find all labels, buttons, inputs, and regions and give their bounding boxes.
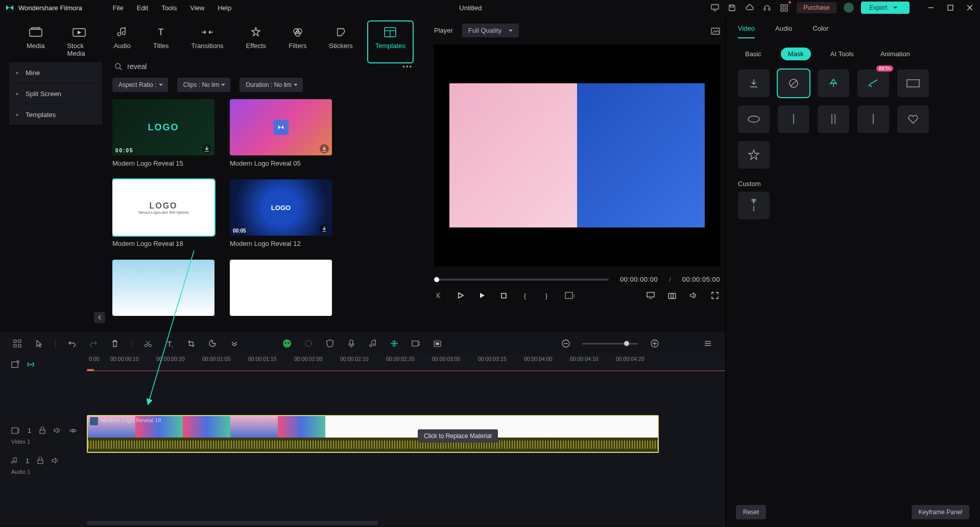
inspector-tab-color[interactable]: Color xyxy=(812,25,828,38)
mute-icon[interactable] xyxy=(54,427,61,433)
zoom-slider[interactable] xyxy=(582,343,638,345)
subtab-animation[interactable]: Animation xyxy=(873,48,917,60)
mask-brush[interactable]: BETA xyxy=(857,70,889,97)
menu-tools[interactable]: Tools xyxy=(161,4,177,12)
tl-list-icon[interactable] xyxy=(703,338,713,349)
window-close[interactable] xyxy=(965,3,975,13)
mark-out-button[interactable]: } xyxy=(541,290,552,301)
player-scrubber[interactable] xyxy=(434,279,609,281)
menu-view[interactable]: View xyxy=(190,4,204,12)
tl-delete-icon[interactable] xyxy=(110,338,120,349)
mask-none[interactable] xyxy=(778,70,809,97)
template-card[interactable]: LOGOVarious Logos and Text Options Moder… xyxy=(112,179,214,247)
tl-mic-icon[interactable] xyxy=(346,338,356,349)
inspector-tab-audio[interactable]: Audio xyxy=(775,25,792,38)
user-avatar[interactable] xyxy=(844,3,854,13)
tl-more-icon[interactable] xyxy=(229,338,239,349)
library-more-button[interactable]: ••• xyxy=(402,63,413,71)
headset-icon[interactable] xyxy=(762,3,772,13)
tab-media[interactable]: Media xyxy=(27,27,44,57)
menu-help[interactable]: Help xyxy=(218,4,231,12)
export-button[interactable]: Export xyxy=(861,2,910,14)
snapshot-button[interactable] xyxy=(711,27,720,35)
sidebar-collapse-button[interactable] xyxy=(94,312,105,323)
tab-transitions[interactable]: Transitions xyxy=(192,27,224,57)
menu-file[interactable]: File xyxy=(113,4,124,12)
tl-music-icon[interactable] xyxy=(368,338,378,349)
filter-aspect-ratio[interactable]: Aspect Ratio : xyxy=(112,78,168,92)
subtab-mask[interactable]: Mask xyxy=(781,48,811,60)
mute-icon[interactable] xyxy=(52,457,59,464)
mask-double-line[interactable] xyxy=(818,105,849,133)
subtab-basic[interactable]: Basic xyxy=(738,48,769,60)
keyframe-panel-button[interactable]: Keyframe Panel xyxy=(912,505,969,519)
timeline-tracks-area[interactable]: Modern Logo Reveal 18 Click to Replace M… xyxy=(87,371,725,527)
lock-icon[interactable] xyxy=(39,427,45,434)
player-canvas[interactable] xyxy=(434,44,720,266)
tl-split-icon[interactable] xyxy=(143,338,153,349)
purchase-button[interactable]: Purchase xyxy=(797,2,837,13)
tl-crop-icon[interactable] xyxy=(186,338,196,349)
tl-redo-icon[interactable] xyxy=(88,338,99,349)
mask-rectangle[interactable] xyxy=(897,70,929,97)
tab-filters[interactable]: Filters xyxy=(289,27,306,57)
display-button[interactable] xyxy=(646,290,656,301)
play-button[interactable] xyxy=(456,290,466,301)
timeline-ruler[interactable]: 0:00 00:00:00:10 00:00:00:20 00:00:01:05… xyxy=(87,355,725,371)
cloud-icon[interactable] xyxy=(745,3,755,13)
tl-undo-icon[interactable] xyxy=(67,338,77,349)
tl-ai-icon[interactable] xyxy=(282,338,292,349)
template-card[interactable]: LOGO00:05 Modern Logo Reveal 12 xyxy=(230,179,332,247)
apps-icon[interactable] xyxy=(779,3,790,13)
lock-icon[interactable] xyxy=(37,457,43,464)
menu-edit[interactable]: Edit xyxy=(137,4,148,12)
tl-marker-icon[interactable] xyxy=(411,338,421,349)
volume-button[interactable] xyxy=(688,290,699,301)
device-icon[interactable] xyxy=(710,3,720,13)
tl-layout-icon[interactable] xyxy=(12,338,22,349)
download-icon[interactable] xyxy=(320,224,329,234)
mask-ellipse[interactable] xyxy=(738,105,770,133)
mask-import[interactable] xyxy=(738,70,770,97)
tl-color-icon[interactable] xyxy=(207,338,218,349)
mask-custom-import[interactable] xyxy=(738,192,770,219)
search-field[interactable] xyxy=(112,62,397,71)
save-icon[interactable] xyxy=(727,3,737,13)
tab-stock-media[interactable]: Stock Media xyxy=(67,27,91,57)
search-input[interactable] xyxy=(127,62,397,71)
tl-link-icon[interactable] xyxy=(27,361,35,368)
tl-cursor-icon[interactable] xyxy=(34,338,44,349)
sidebar-item-templates[interactable]: Templates xyxy=(9,104,102,125)
inspector-tab-video[interactable]: Video xyxy=(738,25,755,38)
tl-add-track-icon[interactable] xyxy=(11,360,19,369)
tab-effects[interactable]: Effects xyxy=(246,27,267,57)
template-card[interactable] xyxy=(230,260,332,316)
reset-button[interactable]: Reset xyxy=(736,505,766,519)
mask-single-line[interactable] xyxy=(778,105,809,133)
camera-button[interactable] xyxy=(667,290,677,301)
filter-clips[interactable]: Clips : No lim xyxy=(177,78,231,92)
zoom-in-button[interactable] xyxy=(650,338,660,349)
template-card[interactable]: LOGO00:05 Modern Logo Reveal 15 xyxy=(112,99,214,167)
tab-templates[interactable]: Templates xyxy=(368,21,413,62)
ratio-button[interactable] xyxy=(563,290,578,301)
timeline-clip[interactable]: Modern Logo Reveal 18 xyxy=(87,415,659,453)
tab-audio[interactable]: Audio xyxy=(114,27,131,57)
subtab-ai-tools[interactable]: AI Tools xyxy=(823,48,861,60)
filter-duration[interactable]: Duration : No lim xyxy=(240,78,302,92)
mark-in-button[interactable]: { xyxy=(520,290,530,301)
tl-shield-icon[interactable] xyxy=(325,338,335,349)
tl-keyframe-icon[interactable] xyxy=(432,338,442,349)
tab-titles[interactable]: TTitles xyxy=(153,27,169,57)
timeline-horizontal-scrollbar[interactable] xyxy=(87,521,378,525)
play-forward-button[interactable] xyxy=(477,290,487,301)
tl-enhance-icon[interactable] xyxy=(303,338,314,349)
tl-magnetic-icon[interactable] xyxy=(389,338,399,349)
zoom-out-button[interactable] xyxy=(561,338,571,349)
download-icon[interactable] xyxy=(320,144,329,153)
tl-text-icon[interactable]: T xyxy=(164,338,175,349)
sidebar-item-mine[interactable]: Mine xyxy=(9,62,102,83)
mask-horizontal-line[interactable] xyxy=(857,105,889,133)
prev-frame-button[interactable] xyxy=(434,290,444,301)
mask-pen[interactable] xyxy=(818,70,849,97)
